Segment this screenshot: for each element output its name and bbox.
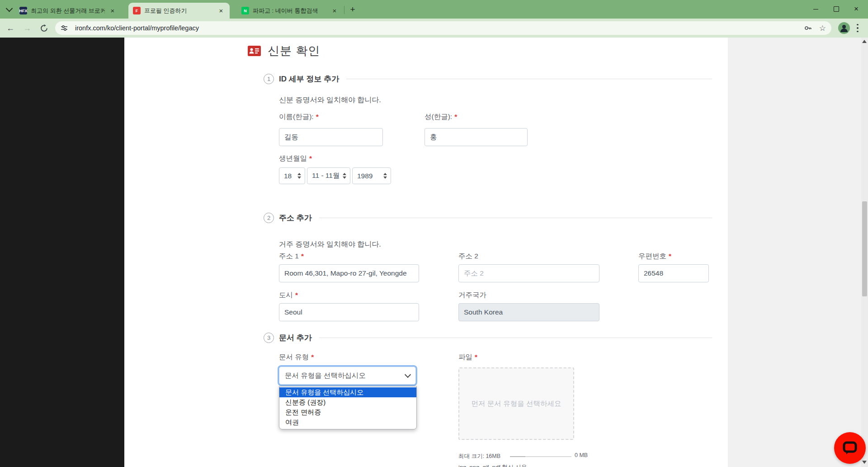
step2-title: 주소 추가	[279, 213, 312, 223]
spinner-arrows-icon	[343, 173, 346, 179]
file-dropzone[interactable]: 먼저 문서 유형을 선택하세요	[458, 367, 574, 440]
country-field	[458, 303, 599, 321]
forward-button[interactable]: →	[20, 21, 34, 35]
minimize-icon	[813, 9, 818, 10]
doc-type-label: 문서 유형*	[279, 353, 314, 362]
spinner-arrows-icon	[297, 173, 301, 179]
tab1-close-icon[interactable]: ×	[108, 7, 117, 15]
doc-type-dropdown: 문서 유형을 선택하십시오 신분증 (권장) 운전 면허증 여권	[279, 386, 417, 429]
live-chat-button[interactable]	[834, 432, 866, 464]
scrollbar-up-arrow[interactable]	[862, 40, 867, 43]
step3-title: 문서 추가	[279, 333, 312, 343]
step1-title: ID 세부 정보 추가	[279, 74, 339, 84]
chevron-down-icon	[405, 372, 411, 378]
tab-separator	[344, 6, 344, 14]
upload-size-bar	[510, 456, 571, 457]
dob-day-select[interactable]: 18	[279, 167, 305, 184]
id-card-icon	[248, 46, 261, 56]
chevron-down-icon	[5, 5, 13, 12]
address-bar[interactable]: ironfx.com/ko/client-portal/myprofile/le…	[55, 21, 831, 35]
tab3-close-icon[interactable]: ×	[330, 7, 339, 15]
city-label: 도시*	[279, 291, 298, 300]
window-minimize-button[interactable]	[805, 0, 826, 18]
dropzone-hint: 먼저 문서 유형을 선택하세요	[472, 399, 561, 409]
postal-code-label: 우편번호*	[638, 252, 671, 261]
password-key-icon[interactable]	[804, 24, 812, 32]
first-name-label: 이름(한글):*	[279, 112, 319, 122]
browser-tab-1[interactable]: HFX 최고의 외환 선물거래 브로커 ×	[15, 3, 121, 19]
last-name-label: 성(한글):*	[425, 112, 457, 122]
address2-label: 주소 2	[458, 252, 478, 261]
step2-number: 2	[264, 213, 274, 223]
dob-label: 생년월일*	[279, 154, 312, 163]
page-title: 신분 확인	[268, 43, 320, 59]
doc-type-option-0[interactable]: 문서 유형을 선택하십시오	[279, 387, 416, 397]
tab2-title: 프로필 인증하기	[144, 7, 213, 15]
scrollbar-down-arrow[interactable]	[862, 461, 867, 464]
step1-header: 1 ID 세부 정보 추가	[264, 74, 712, 84]
page-title-row: 신분 확인	[248, 43, 320, 59]
address1-field[interactable]	[279, 264, 419, 282]
step3-header: 3 문서 추가	[264, 333, 712, 343]
tab-search-button[interactable]	[4, 4, 14, 15]
right-background	[728, 38, 861, 467]
dob-year-select[interactable]: 1989	[352, 167, 391, 184]
country-label: 거주국가	[458, 291, 486, 300]
step2-subtitle: 거주 증명서와 일치해야 합니다.	[279, 240, 381, 249]
screen: HFX 최고의 외환 선물거래 브로커 × F 프로필 인증하기 × N 파파고…	[0, 0, 868, 467]
file-label: 파일*	[458, 353, 477, 362]
back-button[interactable]: ←	[4, 21, 17, 35]
maximize-icon	[834, 6, 839, 12]
tab3-favicon: N	[241, 7, 249, 14]
city-field[interactable]	[279, 303, 419, 321]
spinner-arrows-icon	[383, 173, 387, 179]
divider	[319, 218, 712, 218]
arrow-right-icon: →	[23, 24, 31, 33]
content-area	[124, 38, 728, 467]
divider	[346, 79, 712, 79]
step1-number: 1	[264, 74, 274, 84]
browser-menu-button[interactable]	[855, 23, 860, 33]
step3-number: 3	[264, 333, 274, 343]
profile-avatar[interactable]	[837, 21, 851, 35]
avatar-icon	[838, 22, 850, 34]
url-text[interactable]: ironfx.com/ko/client-portal/myprofile/le…	[75, 24, 800, 32]
first-name-field[interactable]	[279, 128, 383, 146]
doc-type-select[interactable]: 문서 유형을 선택하십시오	[279, 367, 416, 385]
bookmark-star-icon[interactable]: ☆	[819, 24, 826, 33]
new-tab-button[interactable]: +	[347, 4, 358, 15]
address2-field[interactable]	[458, 264, 599, 282]
tab2-favicon: F	[133, 7, 141, 14]
tab3-title: 파파고 : 네이버 통합검색	[253, 7, 327, 15]
last-name-field[interactable]	[425, 128, 528, 146]
file-format-note-clipped: jpg, png, gif, pdf 형식 사용	[458, 463, 527, 467]
reload-button[interactable]	[37, 21, 51, 35]
refresh-icon	[40, 24, 48, 32]
doc-type-option-2[interactable]: 운전 면허증	[279, 407, 416, 417]
postal-code-field[interactable]	[638, 264, 709, 282]
browser-tab-strip: HFX 최고의 외환 선물거래 브로커 × F 프로필 인증하기 × N 파파고…	[0, 0, 868, 19]
doc-type-option-1[interactable]: 신분증 (권장)	[279, 397, 416, 407]
browser-tab-2-active[interactable]: F 프로필 인증하기 ×	[128, 3, 230, 19]
window-maximize-button[interactable]	[826, 0, 847, 18]
current-size-text: 0 MB	[575, 452, 588, 458]
dob-month-select[interactable]: 11 - 11월	[307, 167, 350, 184]
site-info-icon[interactable]	[61, 24, 68, 32]
close-icon: ×	[854, 5, 859, 14]
max-size-text: 최대 크기: 16MB	[458, 453, 500, 460]
address1-label: 주소 1*	[279, 252, 304, 261]
browser-tab-3[interactable]: N 파파고 : 네이버 통합검색 ×	[237, 3, 343, 19]
left-dark-panel	[0, 38, 124, 467]
divider	[319, 338, 712, 338]
speech-bubble-icon	[842, 440, 858, 456]
step1-subtitle: 신분 증명서와 일치해야 합니다.	[279, 95, 381, 105]
tab1-title: 최고의 외환 선물거래 브로커	[31, 7, 105, 15]
doc-type-option-3[interactable]: 여권	[279, 417, 416, 427]
tab1-favicon: HFX	[19, 7, 27, 14]
window-close-button[interactable]: ×	[846, 0, 867, 18]
scrollbar-thumb[interactable]	[862, 201, 867, 296]
arrow-left-icon: ←	[6, 24, 14, 33]
step2-header: 2 주소 추가	[264, 213, 712, 223]
tab2-close-icon[interactable]: ×	[217, 7, 225, 15]
